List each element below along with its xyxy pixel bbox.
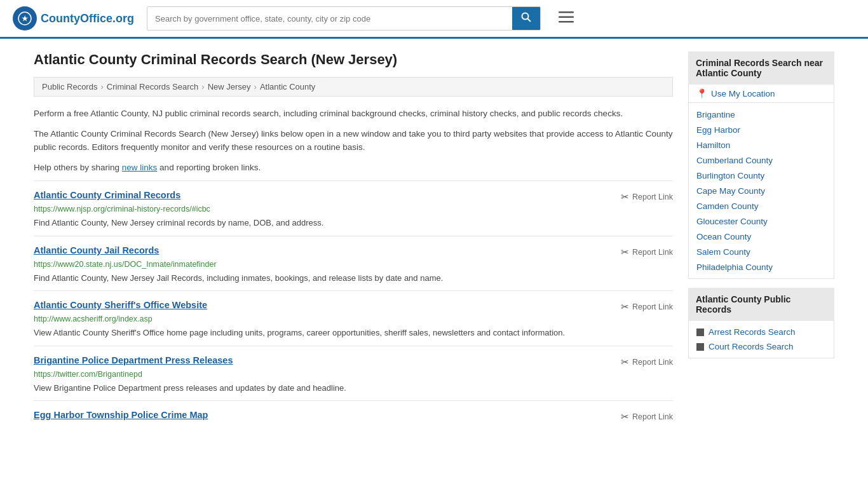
sidebar: Criminal Records Search near Atlantic Co… (688, 51, 834, 429)
logo-icon: ★ (13, 6, 37, 30)
report-link-label-4: Report Link (632, 412, 673, 421)
record-item: Egg Harbor Township Police Crime Map ✂ R… (34, 400, 673, 429)
nearby-link-7[interactable]: Gloucester County (696, 217, 768, 226)
breadcrumb: Public Records › Criminal Records Search… (34, 77, 673, 97)
report-link-label-1: Report Link (632, 248, 673, 257)
breadcrumb-criminal-records-search[interactable]: Criminal Records Search (107, 82, 199, 92)
pub-records-link-1[interactable]: Court Records Search (709, 342, 794, 351)
report-icon-1: ✂ (621, 247, 629, 258)
nearby-list-item: Brigantine (689, 107, 834, 122)
record-header: Egg Harbor Township Police Crime Map ✂ R… (34, 410, 673, 423)
record-url-0[interactable]: https://www.njsp.org/criminal-history-re… (34, 205, 673, 214)
record-url-link-0[interactable]: https://www.njsp.org/criminal-history-re… (34, 205, 210, 214)
logo-text: CountyOffice.org (41, 12, 134, 25)
breadcrumb-sep-1: › (100, 82, 103, 92)
desc-3-post: and reporting broken links. (157, 163, 261, 172)
record-desc-3: View Brigantine Police Department press … (34, 382, 673, 395)
nearby-list-item: Ocean County (689, 229, 834, 244)
nearby-list-item: Philadelphia County (689, 259, 834, 274)
nearby-list-item: Hamilton (689, 137, 834, 152)
record-item: Atlantic County Jail Records ✂ Report Li… (34, 236, 673, 291)
record-title-2[interactable]: Atlantic County Sheriff's Office Website (34, 300, 207, 310)
main-content: Atlantic County Criminal Records Search … (34, 51, 673, 429)
breadcrumb-new-jersey[interactable]: New Jersey (208, 82, 251, 92)
nearby-link-4[interactable]: Burlington County (696, 171, 764, 180)
search-input[interactable] (147, 7, 512, 30)
record-title-0[interactable]: Atlantic County Criminal Records (34, 190, 180, 200)
desc-3-pre: Help others by sharing (34, 163, 122, 172)
record-title-3[interactable]: Brigantine Police Department Press Relea… (34, 355, 233, 365)
nearby-link-10[interactable]: Philadelphia County (696, 262, 773, 272)
nearby-link-9[interactable]: Salem County (696, 247, 750, 257)
report-link-btn-0[interactable]: ✂ Report Link (621, 191, 673, 203)
record-desc-2: View Atlantic County Sheriff's Office ho… (34, 327, 673, 339)
svg-text:★: ★ (22, 15, 29, 22)
pub-records-item: Court Records Search (689, 339, 834, 354)
record-item: Atlantic County Sheriff's Office Website… (34, 290, 673, 346)
record-header: Atlantic County Criminal Records ✂ Repor… (34, 190, 673, 203)
record-url-2[interactable]: http://www.acsheriff.org/index.asp (34, 315, 673, 323)
report-link-label-0: Report Link (632, 193, 673, 201)
breadcrumb-public-records[interactable]: Public Records (42, 82, 97, 92)
breadcrumb-sep-3: › (254, 82, 257, 92)
record-list: Atlantic County Criminal Records ✂ Repor… (34, 180, 673, 429)
nearby-link-6[interactable]: Camden County (696, 201, 759, 211)
svg-rect-5 (559, 17, 574, 18)
nearby-list-item: Cape May County (689, 183, 834, 198)
use-my-location-link[interactable]: Use My Location (711, 89, 775, 98)
record-title-4[interactable]: Egg Harbor Township Police Crime Map (34, 410, 208, 420)
nearby-list-item: Cumberland County (689, 152, 834, 168)
record-url-1[interactable]: https://www20.state.nj.us/DOC_Inmate/inm… (34, 260, 673, 269)
pub-records-item: Arrest Records Search (689, 325, 834, 339)
new-links-link[interactable]: new links (122, 163, 158, 172)
report-link-btn-2[interactable]: ✂ Report Link (621, 301, 673, 313)
nearby-list: BrigantineEgg HarborHamiltonCumberland C… (688, 103, 834, 279)
nearby-link-1[interactable]: Egg Harbor (696, 125, 740, 135)
pub-icon-1 (696, 343, 704, 351)
record-title-1[interactable]: Atlantic County Jail Records (34, 245, 159, 255)
svg-rect-6 (559, 21, 574, 23)
record-header: Brigantine Police Department Press Relea… (34, 355, 673, 368)
desc-3: Help others by sharing new links and rep… (34, 161, 673, 175)
menu-button[interactable] (553, 8, 579, 29)
record-url-link-1[interactable]: https://www20.state.nj.us/DOC_Inmate/inm… (34, 260, 217, 269)
record-header: Atlantic County Jail Records ✂ Report Li… (34, 245, 673, 258)
report-icon-0: ✂ (621, 191, 629, 203)
svg-rect-4 (559, 11, 574, 13)
report-icon-2: ✂ (621, 301, 629, 313)
nearby-link-2[interactable]: Hamilton (696, 140, 730, 150)
nearby-link-0[interactable]: Brigantine (696, 110, 735, 119)
record-item: Atlantic County Criminal Records ✂ Repor… (34, 180, 673, 236)
report-icon-3: ✂ (621, 356, 629, 368)
search-button[interactable] (512, 7, 540, 30)
public-records-list: Arrest Records SearchCourt Records Searc… (688, 321, 834, 358)
search-bar (147, 6, 541, 30)
nearby-list-item: Egg Harbor (689, 122, 834, 137)
page-title: Atlantic County Criminal Records Search … (34, 51, 673, 68)
record-url-link-2[interactable]: http://www.acsheriff.org/index.asp (34, 315, 153, 323)
public-records-section-title: Atlantic County Public Records (688, 288, 834, 321)
record-url-3[interactable]: https://twitter.com/Brigantinepd (34, 370, 673, 379)
logo[interactable]: ★ CountyOffice.org (13, 6, 134, 30)
report-link-btn-3[interactable]: ✂ Report Link (621, 356, 673, 368)
report-link-btn-4[interactable]: ✂ Report Link (621, 411, 673, 423)
nearby-list-item: Camden County (689, 198, 834, 214)
report-icon-4: ✂ (621, 411, 629, 423)
nearby-section-title: Criminal Records Search near Atlantic Co… (688, 51, 834, 85)
use-my-location[interactable]: 📍 Use My Location (688, 85, 834, 103)
nearby-list-item: Burlington County (689, 168, 834, 183)
breadcrumb-atlantic-county: Atlantic County (260, 82, 315, 92)
record-desc-1: Find Atlantic County, New Jersey Jail Re… (34, 272, 673, 285)
nearby-link-5[interactable]: Cape May County (696, 186, 765, 196)
record-desc-0: Find Atlantic County, New Jersey crimina… (34, 217, 673, 229)
pub-records-link-0[interactable]: Arrest Records Search (709, 327, 796, 337)
nearby-list-item: Gloucester County (689, 214, 834, 229)
report-link-btn-1[interactable]: ✂ Report Link (621, 247, 673, 258)
pub-icon-0 (696, 329, 704, 336)
desc-1: Perform a free Atlantic County, NJ publi… (34, 107, 673, 121)
svg-point-2 (522, 13, 529, 20)
nearby-link-8[interactable]: Ocean County (696, 232, 751, 241)
record-item: Brigantine Police Department Press Relea… (34, 346, 673, 401)
nearby-link-3[interactable]: Cumberland County (696, 156, 773, 165)
record-url-link-3[interactable]: https://twitter.com/Brigantinepd (34, 370, 142, 379)
